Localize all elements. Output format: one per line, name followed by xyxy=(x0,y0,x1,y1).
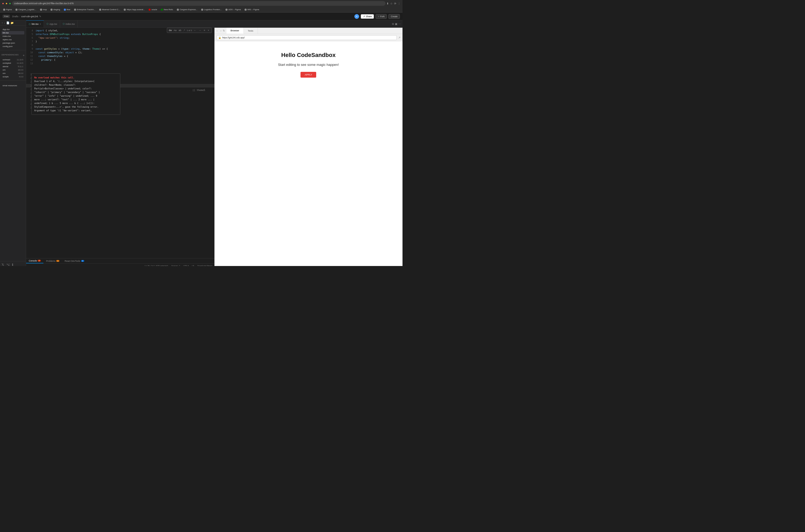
dep-item-0: on/react 11.10.5 xyxy=(2,58,24,61)
bookmark-flow[interactable]: flow xyxy=(62,8,72,11)
bookmark-cargoes-express[interactable]: Cargoes Express... xyxy=(175,8,199,11)
sidebar-item-external[interactable]: ernal resources xyxy=(2,84,24,87)
breadcrumb-drafts[interactable]: Drafts xyxy=(12,15,18,18)
editor-browser-split: dw Aa ab .* 1 of 3 ← → ≡ × No xyxy=(26,28,403,266)
sidebar-nav-up[interactable]: ↑ xyxy=(2,21,3,24)
fork-button[interactable]: ⑂ Fork xyxy=(376,14,387,19)
sidebar-item-index-tsx[interactable]: index.tsx xyxy=(2,35,24,38)
tooltip-line9: StyledComponent<...>', gave the followin… xyxy=(34,105,117,109)
find-list[interactable]: ≡ xyxy=(203,29,206,32)
csb-actions: n ↗ Share ⑂ Fork Create xyxy=(354,14,400,19)
browser-refresh[interactable]: ↻ xyxy=(223,29,225,32)
bookmark-figma[interactable]: Figma xyxy=(2,8,13,11)
find-bar: dw Aa ab .* 1 of 3 ← → ≡ × xyxy=(167,28,212,33)
twitter-icon[interactable]: 𝕏 xyxy=(2,263,4,266)
browser-back[interactable]: ← xyxy=(216,29,219,32)
browser-url-bar[interactable]: 🔒 https://g4c2r6.csb.app/ xyxy=(217,35,397,40)
find-word-boundary[interactable]: ab xyxy=(178,29,182,32)
chrome-window-controls: ● ● ● xyxy=(2,2,11,5)
bookmark-akamai[interactable]: Akamai Control C... xyxy=(97,8,122,11)
partial-line-19: || themeS xyxy=(193,88,205,92)
chrome-sync-icon[interactable]: ⟳ xyxy=(394,2,396,5)
tooltip-line7: more ...; variant?: "text" | ... 2 more … xyxy=(34,98,117,101)
chrome-url-bar[interactable]: codesandbox.io/s/cool-cdn-g4c2r6?file=/s… xyxy=(12,1,385,6)
breadcrumb: Drafts / cool-cdn-g4c2r6 ✎ xyxy=(12,15,41,18)
status-language: TypeScript React xyxy=(197,265,212,266)
find-prev[interactable]: ← xyxy=(193,29,197,32)
main-area: ↑ ↓ 📄 📁 App.tsx btn.tsx index.tsx styles… xyxy=(0,20,403,266)
bookmark-cargoes[interactable]: Cargoes_Logistic... xyxy=(14,8,38,11)
chrome-menu-icon[interactable]: ⋮ xyxy=(398,2,400,5)
console-bar: Console 2 Problems 1 React DevTools 0 xyxy=(26,258,215,263)
tsx-icon-3: ⬡ xyxy=(63,23,65,25)
chrome-star-icon[interactable]: ☆ xyxy=(390,2,392,5)
find-regex[interactable]: .* xyxy=(183,29,186,32)
status-encoding: UTF-8 xyxy=(183,265,188,266)
bookmark-avana[interactable]: https://app.avanal... xyxy=(122,8,146,11)
sidebar-files-section: App.tsx btn.tsx index.tsx styles.css pac… xyxy=(0,25,26,49)
bookmark-enterprise[interactable]: Enterprise Trackin... xyxy=(72,8,97,11)
github-icon[interactable]: ⌥ xyxy=(6,263,10,266)
tooltip-line1: No overload matches this call. xyxy=(34,76,117,79)
find-match-case[interactable]: Aa xyxy=(173,29,177,32)
lock-icon: 🔒 xyxy=(218,36,221,39)
bookmark-mvp[interactable]: mvp xyxy=(38,8,49,11)
find-next[interactable]: → xyxy=(198,29,202,32)
toggle-panel-icon[interactable]: ▣ xyxy=(395,22,397,25)
sidebar-divider-1 xyxy=(0,50,26,51)
console-tab[interactable]: Console 2 xyxy=(26,259,43,263)
tab-tests[interactable]: Tests xyxy=(244,28,258,34)
bookmark-staging[interactable]: staging xyxy=(49,8,62,11)
create-button[interactable]: Create xyxy=(388,14,400,19)
tooltip-line4: Partial<ButtonClasses> | undefined; colo… xyxy=(34,87,117,90)
code-line-7: 7 } xyxy=(26,40,215,43)
browser-external-icon[interactable]: ↗ xyxy=(398,36,400,39)
devtools-tab[interactable]: React DevTools 0 xyxy=(62,259,87,263)
bookmark-uds[interactable]: UDS – Figma xyxy=(224,8,242,11)
sidebar-new-file[interactable]: 📄 xyxy=(6,21,10,24)
add-dep-icon[interactable]: ≡ xyxy=(23,54,24,57)
dep-item-3: om 18.0.0 xyxy=(2,68,24,72)
browser-panel: ← → ↻ Browser Tests 🔒 https://g4c2r6.csb… xyxy=(215,28,403,266)
tab-close-btn-tsx[interactable]: × xyxy=(40,23,41,25)
sidebar-item-config-json[interactable]: config.json xyxy=(2,45,24,48)
sidebar-nav-down[interactable]: ↓ xyxy=(4,21,5,24)
apply-button[interactable]: APPLY xyxy=(300,72,316,78)
bookmarks-bar: Figma Cargoes_Logistic... mvp staging fl… xyxy=(0,7,403,13)
sidebar-item-package-json[interactable]: package.json xyxy=(2,41,24,45)
sidebar-new-folder[interactable]: 📁 xyxy=(11,21,14,24)
code-line-12: 12 primary: { xyxy=(26,58,215,62)
sidebar-item-btn-tsx[interactable]: btn.tsx xyxy=(2,31,24,35)
bookmark-ims[interactable]: IMS – Figma xyxy=(243,8,261,11)
code-line-10: 10 const commonStyle: object = {}; xyxy=(26,51,215,54)
tab-browser[interactable]: Browser xyxy=(226,28,244,34)
browser-header: 🔒 https://g4c2r6.csb.app/ ↗ xyxy=(215,34,403,41)
hover-tooltip: No overload matches this call. Overload … xyxy=(31,73,120,115)
chrome-bar: ● ● ● codesandbox.io/s/cool-cdn-g4c2r6?f… xyxy=(0,0,403,7)
sidebar-item-app-tsx[interactable]: App.tsx xyxy=(2,28,24,31)
sidebar-item-styles-css[interactable]: styles.css xyxy=(2,38,24,41)
tooltip-line8: undefined; } & ... 5 more ... & { ...; }… xyxy=(34,101,117,105)
tab-btn-tsx[interactable]: ⬡ btn.tsx × xyxy=(26,20,44,27)
problems-tab[interactable]: Problems 1 xyxy=(43,259,62,263)
csb-topbar: Free Drafts / cool-cdn-g4c2r6 ✎ n ↗ Shar… xyxy=(0,13,403,20)
browser-forward[interactable]: → xyxy=(219,29,222,32)
bookmark-newrelic[interactable]: New Relic xyxy=(159,8,175,11)
tab-app-tsx[interactable]: ⬡ App.tsx xyxy=(44,20,60,27)
bookmark-oracle[interactable]: oracle xyxy=(147,8,159,11)
bookmark-logistics[interactable]: Logistics Fronten... xyxy=(200,8,223,11)
dep-item-5: scripts 4.0.3 xyxy=(2,75,24,78)
find-close[interactable]: × xyxy=(207,29,210,32)
chrome-action-icons: ⬇ ☆ ⟳ ⋮ xyxy=(387,2,400,5)
dep-item-2: aterial 5.11.1 xyxy=(2,65,24,68)
chrome-download-icon[interactable]: ⬇ xyxy=(387,2,389,5)
find-label: dw xyxy=(169,29,172,32)
info-icon[interactable]: ℹ xyxy=(12,263,13,266)
tab-index-tsx[interactable]: ⬡ index.tsx xyxy=(60,20,78,27)
split-editor-icon[interactable]: ⧉ xyxy=(392,22,394,25)
code-content[interactable]: No overload matches this call. Overload … xyxy=(26,28,215,258)
breadcrumb-edit-icon: ✎ xyxy=(39,15,41,18)
tooltip-line5: "inherit" | "primary" | "secondary" | "s… xyxy=(34,90,117,94)
share-button[interactable]: ↗ Share xyxy=(361,14,374,19)
more-options-icon[interactable]: ⋯ xyxy=(398,22,401,25)
